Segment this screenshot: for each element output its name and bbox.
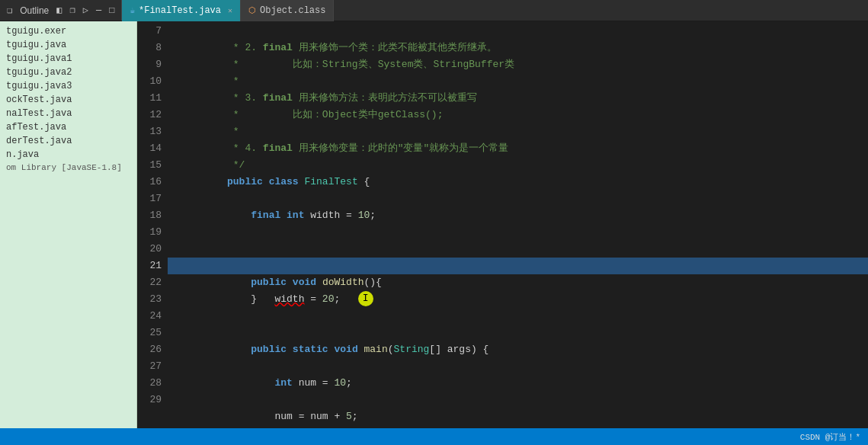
line-num-23: 23 [137,291,162,308]
line-num-9: 9 [137,56,162,73]
java-file-icon: ☕ [130,5,135,15]
sidebar-item-exer[interactable]: tguigu.exer [0,24,136,38]
code-line-24 [168,308,868,325]
code-line-22: } [168,274,868,291]
tab-finaltest-label: *FinalTest.java [139,5,221,16]
line-num-19: 19 [137,224,162,241]
main-area: tguigu.exer tguigu.java tguigu.java1 tgu… [0,21,868,428]
tab-object-label: Object.class [260,5,325,16]
sidebar-item-naltest[interactable]: nalTest.java [0,107,136,120]
tab-finaltest-close[interactable]: ✕ [228,6,232,15]
code-content: 7 8 9 10 11 12 13 14 15 16 17 18 19 20 2… [137,21,868,428]
line-num-22: 22 [137,274,162,291]
sidebar-item-java3[interactable]: tguigu.java3 [0,79,136,93]
code-line-26 [168,341,868,358]
toolbar-icon-3[interactable]: ❐ [68,3,78,18]
sidebar-item-java2[interactable]: tguigu.java2 [0,66,136,79]
line-num-27: 27 [137,358,162,375]
code-line-14: */ [168,140,868,157]
code-line-12: * [168,107,868,123]
tab-object-class[interactable]: ⬡ Object.class [241,0,334,21]
sidebar-item-dertest[interactable]: derTest.java [0,134,136,148]
code-line-13: * 4. final 用来修饰变量：此时的"变量"就称为是一个常量 [168,123,868,140]
code-line-17: final int width = 10; [168,190,868,207]
tab-finaltest-java[interactable]: ☕ *FinalTest.java ✕ [122,0,241,21]
sidebar-item-java1[interactable]: tguigu.java1 [0,52,136,66]
line-num-17: 17 [137,190,162,207]
line-numbers: 7 8 9 10 11 12 13 14 15 16 17 18 19 20 2… [137,21,168,428]
code-line-19 [168,224,868,241]
line-num-26: 26 [137,341,162,358]
code-line-25: public static void main(String[] args) { [168,325,868,341]
sidebar-item-ocktest[interactable]: ockTest.java [0,93,136,107]
code-line-18 [168,207,868,224]
sidebar-item-aftest[interactable]: afTest.java [0,120,136,134]
num-5-29: 5 [346,411,352,422]
line-num-24: 24 [137,308,162,325]
line-num-25: 25 [137,325,162,341]
sidebar: tguigu.exer tguigu.java tguigu.java1 tgu… [0,21,137,428]
code-line-28 [168,375,868,392]
line-num-12: 12 [137,107,162,123]
line-num-16: 16 [137,174,162,190]
code-editor[interactable]: 7 8 9 10 11 12 13 14 15 16 17 18 19 20 2… [137,21,868,428]
code-line-9: * [168,56,868,73]
code-line-7: * 2. final 用来修饰一个类：此类不能被其他类所继承。 [168,23,868,40]
code-line-29: num = num + 5; [168,392,868,408]
line-num-18: 18 [137,207,162,224]
line-num-15: 15 [137,157,162,174]
tab-bar: ❏ Outline ◧ ❐ ▷ — □ ☕ *FinalTest.java ✕ … [0,0,868,21]
code-line-23 [168,291,868,308]
toolbar-left: ❏ Outline ◧ ❐ ▷ — □ [0,0,122,21]
code-area[interactable]: * 2. final 用来修饰一个类：此类不能被其他类所继承。 * 比如：Str… [168,21,868,428]
sidebar-item-njava[interactable]: n.java [0,148,136,162]
line-num-10: 10 [137,73,162,90]
toolbar-icon-2[interactable]: ◧ [54,3,64,18]
code-line-21: ● width = 20; I [168,258,868,274]
toolbar-icon-6[interactable]: □ [107,4,117,18]
line-num-14: 14 [137,140,162,157]
line-num-21: 21 [137,258,162,274]
sidebar-item-java[interactable]: tguigu.java [0,38,136,52]
code-line-27: int num = 10; [168,358,868,375]
line-num-28: 28 [137,375,162,392]
toolbar-icon-4[interactable]: ▷ [81,3,91,18]
line-num-20: 20 [137,241,162,258]
sidebar-library-label: om Library [JavaSE-1.8] [0,162,136,174]
code-line-11: * 比如：Object类中getClass(); [168,90,868,107]
status-text: CSDN @订当！* [800,431,860,443]
line-num-8: 8 [137,40,162,56]
toolbar-icon-5[interactable]: — [94,4,104,18]
status-bar: CSDN @订当！* [0,428,868,445]
toolbar-icon-1[interactable]: ❏ [5,3,14,18]
outline-label[interactable]: Outline [18,4,51,18]
code-line-20: ⊖ public void doWidth(){ [168,241,868,258]
code-line-8: * 比如：String类、System类、StringBuffer类 [168,40,868,56]
code-line-15: public class FinalTest { [168,157,868,174]
line-num-7: 7 [137,23,162,40]
line-num-13: 13 [137,123,162,140]
code-line-16 [168,174,868,190]
code-line-10: * 3. final 用来修饰方法：表明此方法不可以被重写 [168,73,868,90]
line-num-11: 11 [137,90,162,107]
class-file-icon: ⬡ [248,5,256,15]
line-num-29: 29 [137,392,162,408]
